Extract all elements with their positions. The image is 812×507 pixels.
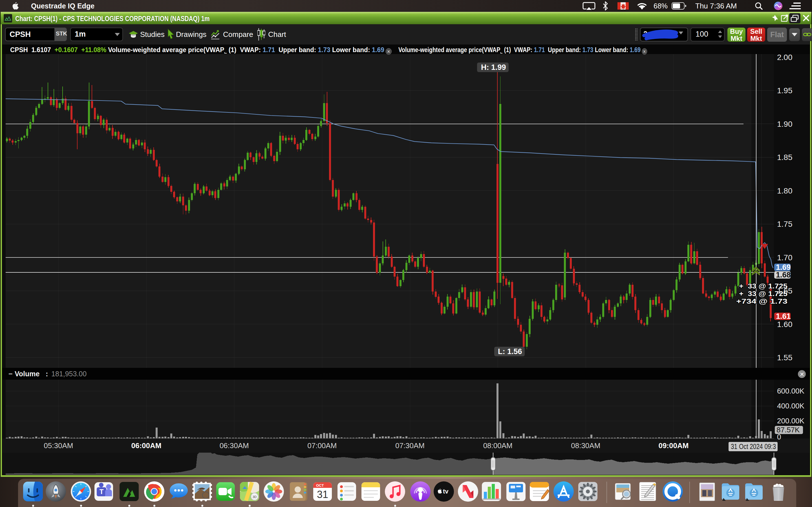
svg-text::: : <box>46 370 48 378</box>
svg-text:07:30AM: 07:30AM <box>395 441 424 450</box>
svg-text:08:30AM: 08:30AM <box>571 441 600 450</box>
svg-text:+734 @ 1.73: +734 @ 1.73 <box>736 297 788 305</box>
svg-text:06:00AM: 06:00AM <box>132 441 161 450</box>
svg-text:1.95: 1.95 <box>777 86 793 95</box>
svg-text:0: 0 <box>777 433 781 441</box>
svg-text:200.00K: 200.00K <box>777 416 805 425</box>
svg-text:3D: 3D <box>253 495 257 499</box>
svg-text:1.61: 1.61 <box>776 312 791 321</box>
svg-text:400.00K: 400.00K <box>777 402 805 410</box>
svg-text:07:00AM: 07:00AM <box>307 441 337 450</box>
svg-text:OCT: OCT <box>316 483 324 488</box>
svg-text:2.00: 2.00 <box>777 53 793 62</box>
svg-text:1.68: 1.68 <box>776 271 791 279</box>
svg-text:06:30AM: 06:30AM <box>220 441 249 450</box>
svg-text:H: 1.99: H: 1.99 <box>481 63 506 71</box>
svg-text:1.55: 1.55 <box>777 353 793 362</box>
svg-text:1.80: 1.80 <box>777 186 793 195</box>
svg-text:L: 1.56: L: 1.56 <box>498 347 522 356</box>
svg-text:T: T <box>100 488 104 496</box>
svg-text:09:00AM: 09:00AM <box>658 441 689 450</box>
svg-text:181,953.00: 181,953.00 <box>51 370 87 378</box>
svg-text:31 Oct 2024 09:3: 31 Oct 2024 09:3 <box>731 443 776 450</box>
svg-text:1.65: 1.65 <box>777 286 793 295</box>
svg-text:08:00AM: 08:00AM <box>483 441 513 450</box>
svg-text:05:30AM: 05:30AM <box>44 441 73 450</box>
svg-text:Volume: Volume <box>15 370 40 378</box>
svg-text:1.70: 1.70 <box>777 253 793 262</box>
svg-text:−: − <box>8 370 13 378</box>
svg-text:1.90: 1.90 <box>777 120 793 128</box>
svg-text:31: 31 <box>317 489 328 500</box>
svg-text:✕: ✕ <box>800 371 804 378</box>
svg-text:1.69: 1.69 <box>776 263 791 272</box>
svg-text:1.60: 1.60 <box>777 320 793 329</box>
svg-text:600.00K: 600.00K <box>777 387 805 395</box>
svg-text:tv: tv <box>443 488 449 495</box>
svg-text:1.75: 1.75 <box>777 220 793 228</box>
svg-text:1.85: 1.85 <box>777 153 793 162</box>
